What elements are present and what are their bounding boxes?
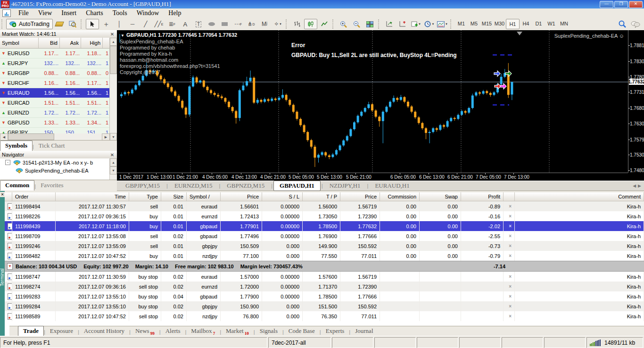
close-order-cell[interactable]: × <box>504 311 515 321</box>
market-watch-horizontal-scrollbar[interactable]: ◀ ▶ <box>0 133 110 140</box>
text-label-icon[interactable]: T <box>192 19 205 29</box>
timeframe-button-mn[interactable]: MN <box>558 19 570 28</box>
timeframe-button-m15[interactable]: M15 <box>480 19 493 28</box>
order-row-111999283[interactable]: 1119992832017.12.07 13:55:10buy stop0.04… <box>5 291 644 301</box>
timeframe-button-w1[interactable]: W1 <box>545 19 558 28</box>
close-order-icon[interactable]: × <box>509 243 512 249</box>
terminal-tab-news[interactable]: News 99 <box>131 326 159 336</box>
fibonacci-retracement-icon[interactable]: ≣F <box>166 19 178 29</box>
market-watch-row-eurcad[interactable]: ▼EURCAD1.51...1.51...1.51...1 <box>0 98 110 108</box>
column-header-high[interactable]: High <box>81 38 103 48</box>
toolbar-grip[interactable] <box>332 19 336 29</box>
zoom-in-icon[interactable] <box>338 19 350 29</box>
timeframe-button-m30[interactable]: M30 <box>493 19 506 28</box>
bar-chart-icon[interactable] <box>291 19 303 29</box>
column-header-swap[interactable]: Swap <box>420 192 461 201</box>
order-row-111998494[interactable]: 1119984942017.12.07 11:30:57sell0.01eura… <box>5 201 644 211</box>
chart-tab-gbpnzd-m15[interactable]: GBPNZD,M15 <box>221 181 270 191</box>
navigator-item[interactable]: -31541-p2#13-My EA -no x y- b <box>0 158 110 166</box>
market-watch-tab-tick-chart[interactable]: Tick Chart <box>34 141 70 151</box>
market-watch-column-headers[interactable]: SymbolBidAskHigh <box>0 38 110 49</box>
column-header-order[interactable]: Order <box>12 192 56 201</box>
column-header-symbol[interactable]: Symbol <box>0 38 39 48</box>
column-header-commission[interactable]: Commission <box>380 192 420 201</box>
close-order-cell[interactable]: × <box>504 301 515 311</box>
timeframe-button-m1[interactable]: M1 <box>455 19 468 28</box>
column-header-sl[interactable]: S / L <box>262 192 303 201</box>
menu-item-insert[interactable]: Insert <box>57 9 81 17</box>
time-axis[interactable]: 1 Dec 20171 Dec 13:001 Dec 21:004 Dec 05… <box>117 173 628 181</box>
column-header-ask[interactable]: Ask <box>60 38 81 48</box>
close-order-icon[interactable]: × <box>509 284 512 289</box>
close-order-icon[interactable]: × <box>509 224 512 229</box>
close-order-cell[interactable]: × <box>504 251 515 261</box>
close-order-cell[interactable]: × <box>504 241 515 251</box>
horizontal-line-icon[interactable]: ─ <box>126 19 139 29</box>
terminal-tab-exposure[interactable]: Exposure <box>45 326 78 336</box>
status-profile-name[interactable]: 7dec-2017-all <box>268 337 331 348</box>
close-button[interactable]: ✕ <box>629 1 643 8</box>
market-watch-row-gbpusd[interactable]: ▼GBPUSD1.33...1.33...1.34...1 <box>0 118 110 128</box>
market-watch-tab-symbols[interactable]: Symbols <box>0 141 33 151</box>
market-watch-row-eurgbp[interactable]: ▼EURGBP0.88...0.88...0.88...0 <box>0 68 110 78</box>
cursor-tool-icon[interactable] <box>86 19 99 29</box>
chart-period-icon[interactable]: ▾ <box>423 19 435 29</box>
column-header-profit[interactable]: Profit <box>461 192 504 201</box>
andrews-pitchfork-icon[interactable]: ⋔D <box>245 19 257 29</box>
terminal-tab-mailbox[interactable]: Mailbox 7 <box>186 326 220 336</box>
menu-item-tools[interactable]: Tools <box>108 9 132 17</box>
line-chart-icon[interactable] <box>318 19 330 29</box>
toolbar-grip[interactable] <box>378 19 381 29</box>
tile-windows-icon[interactable] <box>364 19 376 29</box>
order-row-111998747[interactable]: 1119987472017.12.07 11:30:59buy stop0.02… <box>5 272 644 282</box>
market-watch-row-eurusd[interactable]: ▼EURUSD1.17...1.17...1.18...1 <box>0 49 110 58</box>
chart-tab-euraud-h1[interactable]: EURAUD,H1 <box>369 181 415 191</box>
menu-item-help[interactable]: Help <box>164 9 186 17</box>
close-order-cell[interactable]: × <box>504 221 515 231</box>
navigator-item[interactable]: SuplexPending_chehab-EA <box>0 166 110 174</box>
chart-plot-area[interactable]: ▼GBPAUD,H1 1.77230 1.77645 1.77054 1.776… <box>118 30 628 173</box>
chart-tab-gbpaud-h1[interactable]: GBPAUD,H1 <box>273 181 321 191</box>
navigator-tab-common[interactable]: Common <box>0 180 34 191</box>
close-order-cell[interactable]: × <box>504 282 515 291</box>
community-chat-icon[interactable] <box>631 21 640 28</box>
terminal-tab-signals[interactable]: Signals <box>255 326 282 336</box>
tree-expander-icon[interactable]: - <box>5 160 10 165</box>
timeframe-button-m5[interactable]: M5 <box>468 19 480 28</box>
rectangle-tool-icon[interactable] <box>219 19 231 29</box>
market-watch-close-icon[interactable]: ✕ <box>109 32 115 37</box>
close-order-icon[interactable]: × <box>509 214 512 219</box>
new-order-icon[interactable] <box>53 19 66 29</box>
terminal-tab-alerts[interactable]: Alerts <box>161 326 185 336</box>
menu-item-window[interactable]: Window <box>132 9 164 17</box>
close-order-cell[interactable]: × <box>504 291 515 301</box>
timeframe-button-d1[interactable]: D1 <box>532 19 545 28</box>
ellipse-tool-icon[interactable] <box>206 19 218 29</box>
close-order-icon[interactable]: × <box>509 274 512 279</box>
order-row-111998482[interactable]: 1119984822017.12.07 10:47:52buy0.01nzdjp… <box>5 251 644 261</box>
market-watch-row-eurnzd[interactable]: ▲EURNZD1.72...1.72...1.72...1 <box>0 108 110 118</box>
terminal-tab-code-base[interactable]: Code Base <box>284 326 320 336</box>
market-watch-row-eurchf[interactable]: ▼EURCHF1.16...1.16...1.17...1 <box>0 78 110 88</box>
navigator-tab-favorites[interactable]: Favorites <box>36 181 68 191</box>
autotrading-button[interactable]: AutoTrading <box>6 19 53 29</box>
menu-item-view[interactable]: View <box>33 9 57 17</box>
price-axis[interactable]: 1.788101.783001.778051.773101.768001.763… <box>628 30 644 173</box>
terminal-tab-journal[interactable]: Journal <box>350 326 378 336</box>
close-order-cell[interactable]: × <box>504 211 515 221</box>
arrows-tool-icon[interactable]: ✧▾ <box>272 19 284 29</box>
search-icon[interactable] <box>619 20 626 28</box>
toolbar-grip[interactable] <box>450 19 454 29</box>
chart-tabs-scroll-right-icon[interactable]: ▶ <box>638 183 641 188</box>
zoom-out-icon[interactable] <box>351 19 363 29</box>
terminal-tab-experts[interactable]: Experts <box>321 326 349 336</box>
order-row-111999246[interactable]: 1119992462017.12.07 13:55:09sell0.01gbpj… <box>5 241 644 251</box>
toolbar-grip[interactable] <box>81 19 84 29</box>
order-row-111999284[interactable]: 1119992842017.12.07 13:55:10buy stop0.02… <box>5 301 644 311</box>
strategy-tester-icon[interactable] <box>66 19 79 29</box>
order-row-111998226[interactable]: 1119982262017.12.07 09:36:15buy0.01eurnz… <box>5 211 644 221</box>
order-row-111998439[interactable]: 1119984392017.12.07 11:18:00buy0.01gbpau… <box>5 221 644 231</box>
orders-column-headers[interactable]: OrderTimeTypeSizeSymbol /PriceS / LT / P… <box>5 192 644 201</box>
close-order-icon[interactable]: × <box>509 314 512 319</box>
close-order-icon[interactable]: × <box>509 233 512 239</box>
